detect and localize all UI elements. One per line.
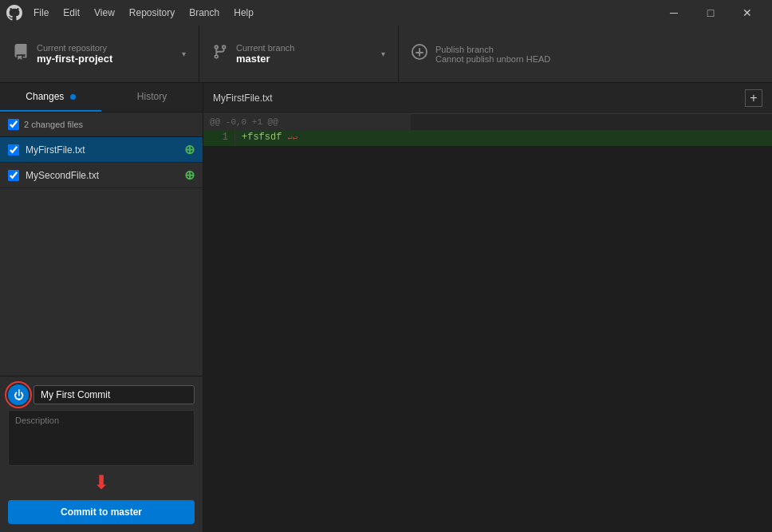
toolbar: Current repository my-first-project ▾ Cu…: [0, 26, 772, 83]
repo-icon: [13, 44, 29, 64]
diff-panel: MyFirstFile.txt + @@ -0,0 +1 @@ 1 +fsfsd…: [203, 83, 772, 532]
diff-line-number-0: 1: [203, 130, 235, 146]
current-branch-section[interactable]: Current branch master ▾: [199, 26, 399, 82]
diff-add-button[interactable]: +: [745, 89, 762, 107]
diff-line-0: 1 +fsfsdf ↵↵: [203, 130, 772, 146]
commit-icon-circle: [5, 381, 32, 408]
menu-view[interactable]: View: [88, 4, 121, 22]
current-branch-value: master: [236, 53, 294, 65]
diff-line-content-0: +fsfsdf ↵↵: [235, 130, 772, 146]
file-item-0[interactable]: MyFirstFile.txt ⊕: [0, 137, 203, 163]
diff-header: MyFirstFile.txt +: [203, 83, 772, 114]
commit-button[interactable]: Commit to master: [8, 500, 195, 524]
crlf-icon: ↵↵: [288, 133, 297, 142]
file-add-icon-1[interactable]: ⊕: [184, 167, 195, 183]
titlebar-menu[interactable]: File Edit View Repository Branch Help: [27, 4, 260, 22]
publish-text: Publish branch Cannot publish unborn HEA…: [435, 45, 550, 64]
diff-content: @@ -0,0 +1 @@ 1 +fsfsdf ↵↵: [203, 114, 772, 532]
arrow-indicator: ⬇: [8, 468, 195, 497]
current-repo-text: Current repository my-first-project: [37, 43, 112, 65]
titlebar-left: File Edit View Repository Branch Help: [6, 4, 260, 22]
commit-summary-row: ⏻: [8, 384, 195, 405]
menu-help[interactable]: Help: [227, 4, 260, 22]
commit-description-input[interactable]: [8, 410, 195, 466]
tab-history[interactable]: History: [101, 83, 203, 112]
file-checkbox-1[interactable]: [8, 170, 19, 181]
publish-sub: Cannot publish unborn HEAD: [435, 54, 550, 64]
diff-line-meta: @@ -0,0 +1 @@: [203, 114, 772, 130]
maximize-button[interactable]: □: [692, 0, 729, 26]
diff-filename: MyFirstFile.txt: [213, 93, 273, 104]
changed-files-count: 2 changed files: [24, 120, 83, 129]
minimize-button[interactable]: ─: [656, 0, 692, 26]
file-name-1: MySecondFile.txt: [26, 170, 184, 181]
branch-dropdown-arrow: ▾: [381, 49, 385, 58]
changes-dot: [70, 94, 76, 100]
commit-summary-input[interactable]: [33, 385, 195, 404]
current-repo-value: my-first-project: [37, 53, 112, 65]
changed-files-header: 2 changed files: [0, 112, 203, 137]
current-branch-label: Current branch: [236, 43, 294, 53]
branch-icon: [212, 44, 228, 64]
current-repo-label: Current repository: [37, 43, 112, 53]
file-name-0: MyFirstFile.txt: [26, 144, 184, 156]
tab-changes[interactable]: Changes: [0, 83, 101, 112]
close-button[interactable]: ✕: [729, 0, 766, 26]
menu-repository[interactable]: Repository: [123, 4, 181, 22]
current-branch-text: Current branch master: [236, 43, 294, 65]
down-arrow-icon: ⬇: [93, 471, 109, 494]
sidebar: Changes History 2 changed files MyFirstF…: [0, 83, 203, 532]
titlebar-controls[interactable]: ─ □ ✕: [656, 0, 766, 26]
menu-branch[interactable]: Branch: [183, 4, 226, 22]
menu-edit[interactable]: Edit: [57, 4, 86, 22]
file-add-icon-0[interactable]: ⊕: [184, 142, 195, 157]
menu-file[interactable]: File: [27, 4, 55, 22]
file-item-1[interactable]: MySecondFile.txt ⊕: [0, 163, 203, 188]
commit-area: ⏻ ⬇ Commit to master: [0, 376, 203, 532]
tabs: Changes History: [0, 83, 203, 112]
commit-avatar-icon: ⏻: [8, 384, 29, 405]
file-list: MyFirstFile.txt ⊕ MySecondFile.txt ⊕: [0, 137, 203, 376]
publish-icon: [412, 44, 427, 64]
publish-label: Publish branch: [435, 45, 550, 54]
select-all-checkbox[interactable]: [8, 119, 19, 130]
main-layout: Changes History 2 changed files MyFirstF…: [0, 83, 772, 532]
repo-dropdown-arrow: ▾: [182, 49, 186, 58]
file-checkbox-0[interactable]: [8, 144, 19, 156]
github-logo-icon: [6, 5, 22, 21]
diff-meta-text: @@ -0,0 +1 @@: [203, 114, 411, 130]
titlebar: File Edit View Repository Branch Help ─ …: [0, 0, 772, 26]
publish-branch-section[interactable]: Publish branch Cannot publish unborn HEA…: [399, 26, 772, 82]
current-repo-section[interactable]: Current repository my-first-project ▾: [0, 26, 199, 82]
